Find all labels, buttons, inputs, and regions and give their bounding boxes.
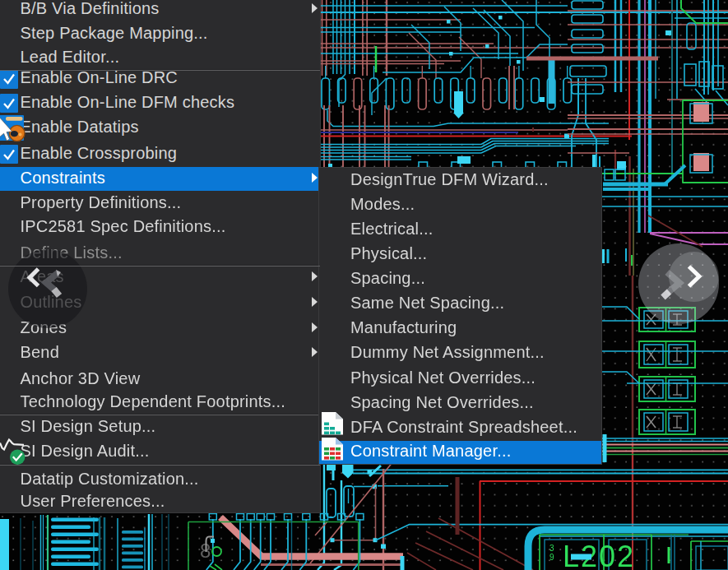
svg-text:3: 3 (549, 544, 554, 553)
svg-text:9: 9 (549, 553, 554, 562)
